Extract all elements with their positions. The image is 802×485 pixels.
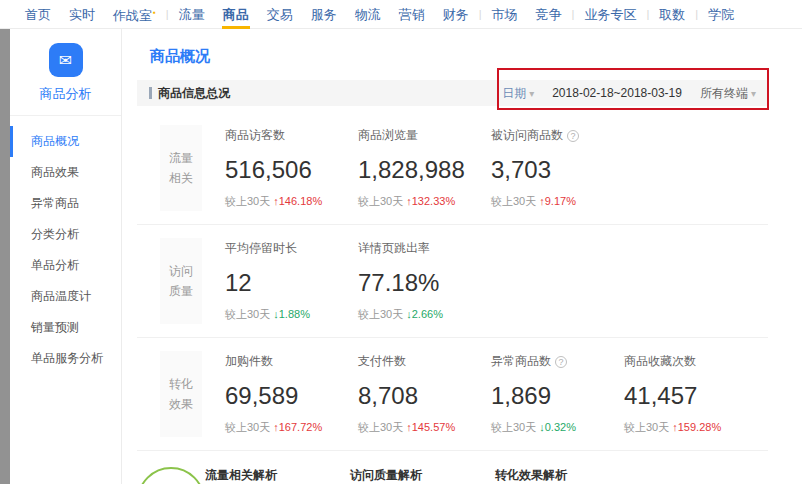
sidebar-item-abnormal-products[interactable]: 异常商品 [10, 188, 121, 219]
metric-list: 商品访客数 516,506 较上30天↑146.18% 商品浏览量 1,828,… [225, 125, 624, 211]
metric-label-text: 商品访客数 [225, 127, 285, 144]
change-percent: 2.66% [412, 308, 443, 320]
panel-title-text: 商品信息总况 [158, 85, 230, 102]
sidebar-item-single-item-service[interactable]: 单品服务分析 [10, 343, 121, 374]
insight-visit-quality: 访问质量解析 虽然商品详情页日均跳出率比同行平均好，但平均停留时间低于同行平均，… [350, 467, 483, 484]
metric-label: 平均停留时长 [225, 240, 358, 257]
group-label-conversion: 转化 效果 [160, 351, 202, 437]
metric-value: 41,457 [624, 382, 757, 410]
insight-traffic: 流量相关解析 [205, 467, 338, 484]
metric-label-text: 被访问商品数 [491, 127, 563, 144]
filter-bar: 日期▾ 2018-02-18~2018-03-19 所有终端▾ [502, 85, 756, 102]
sidebar-item-category-analysis[interactable]: 分类分析 [10, 219, 121, 250]
data-interpretation-section: 7天 数据解读 流量相关解析 访问质量解析 虽然商品详情页日均跳出率比同行平均好… [137, 467, 768, 484]
sidebar-item-single-item-analysis[interactable]: 单品分析 [10, 250, 121, 281]
change-percent: 132.33% [412, 195, 455, 207]
sidebar-section-header: ✉ 商品分析 [10, 29, 121, 116]
page-frame: ✉ 商品分析 商品概况 商品效果 异常商品 分类分析 单品分析 商品温度计 销量… [0, 29, 802, 484]
metric-group-traffic: 流量 相关 商品访客数 516,506 较上30天↑146.18% 商品浏览量 … [137, 112, 768, 225]
metric-visited-products: 被访问商品数? 3,703 较上30天↑9.17% [491, 127, 624, 209]
terminal-filter-label: 所有终端 [700, 85, 748, 102]
compare-label: 较上30天 [491, 421, 536, 433]
metric-list: 平均停留时长 12 较上30天↓1.88% 详情页跳出率 77.18% 较上30… [225, 238, 491, 324]
nav-item-trade[interactable]: 交易 [258, 0, 302, 29]
metric-favorites: 商品收藏次数 41,457 较上30天↑159.28% [624, 353, 757, 435]
change-value: ↑9.17% [539, 195, 576, 207]
nav-item-academy[interactable]: 学院 [699, 0, 743, 29]
metric-value: 516,506 [225, 156, 358, 184]
sidebar-item-product-thermometer[interactable]: 商品温度计 [10, 281, 121, 312]
compare-label: 较上30天 [491, 195, 536, 207]
date-range-value[interactable]: 2018-02-18~2018-03-19 [552, 86, 682, 100]
change-value: ↑132.33% [406, 195, 455, 207]
main-content: 商品概况 商品信息总况 日期▾ 2018-02-18~2018-03-19 所有… [122, 29, 802, 484]
insight-conversion: 转化效果解析 加购转化率表现还不错，但支付转化率低于同行平均，赶快到营销商品去体… [495, 467, 628, 484]
sidebar-section-title: 商品分析 [10, 85, 121, 103]
metric-compare: 较上30天↑145.57% [358, 420, 491, 435]
group-label-line: 效果 [169, 396, 193, 413]
compare-label: 较上30天 [225, 308, 270, 320]
mail-icon: ✉ [49, 43, 83, 77]
nav-item-service[interactable]: 服务 [302, 0, 346, 29]
metric-value: 77.18% [358, 269, 491, 297]
nav-item-data-fetch[interactable]: 取数 [650, 0, 694, 29]
help-icon[interactable]: ? [567, 130, 579, 142]
nav-item-marketing[interactable]: 营销 [390, 0, 434, 29]
nav-item-label: 作战室 [113, 8, 152, 23]
metric-value: 8,708 [358, 382, 491, 410]
metric-compare: 较上30天↓2.66% [358, 307, 491, 322]
terminal-filter-dropdown[interactable]: 所有终端▾ [700, 85, 756, 102]
compare-label: 较上30天 [225, 421, 270, 433]
insight-title: 访问质量解析 [350, 467, 483, 484]
metric-label: 商品浏览量 [358, 127, 491, 144]
date-filter-dropdown[interactable]: 日期▾ [502, 85, 534, 102]
nav-item-home[interactable]: 首页 [16, 0, 60, 29]
nav-item-war-room[interactable]: 作战室▪ [104, 0, 165, 30]
compare-label: 较上30天 [624, 421, 669, 433]
change-percent: 167.72% [279, 421, 322, 433]
metric-label-text: 平均停留时长 [225, 240, 297, 257]
metric-detail-bounce-rate: 详情页跳出率 77.18% 较上30天↓2.66% [358, 240, 491, 322]
metric-compare: 较上30天↑132.33% [358, 194, 491, 209]
nav-item-realtime[interactable]: 实时 [60, 0, 104, 29]
metric-product-visitors: 商品访客数 516,506 较上30天↑146.18% [225, 127, 358, 209]
change-value: ↓1.88% [273, 308, 310, 320]
nav-item-traffic[interactable]: 流量 [170, 0, 214, 29]
nav-item-product[interactable]: 商品 [214, 0, 258, 29]
group-label-line: 转化 [169, 376, 193, 393]
left-edge-strip [0, 29, 10, 484]
metric-label-text: 加购件数 [225, 353, 273, 370]
change-percent: 9.17% [545, 195, 576, 207]
compare-label: 较上30天 [225, 195, 270, 207]
group-label-line: 流量 [169, 150, 193, 167]
nav-item-business-zone[interactable]: 业务专区 [575, 0, 645, 29]
nav-item-finance[interactable]: 财务 [434, 0, 478, 29]
change-value: ↑145.57% [406, 421, 455, 433]
sidebar-item-sales-forecast[interactable]: 销量预测 [10, 312, 121, 343]
metric-value: 69,589 [225, 382, 358, 410]
metric-abnormal-products: 异常商品数? 1,869 较上30天↓0.32% [491, 353, 624, 435]
nav-item-competition[interactable]: 竞争 [527, 0, 571, 29]
group-label-line: 访问 [169, 263, 193, 280]
change-value: ↑146.18% [273, 195, 322, 207]
metric-label-text: 商品收藏次数 [624, 353, 696, 370]
nav-item-market[interactable]: 市场 [483, 0, 527, 29]
envelope-glyph: ✉ [59, 51, 72, 70]
metric-compare: 较上30天↓0.32% [491, 420, 624, 435]
change-value: ↑159.28% [672, 421, 721, 433]
hot-badge-icon: ▪ [153, 8, 156, 17]
metric-label: 商品访客数 [225, 127, 358, 144]
insight-title: 流量相关解析 [205, 467, 338, 484]
sidebar-item-product-effect[interactable]: 商品效果 [10, 157, 121, 188]
change-percent: 159.28% [678, 421, 721, 433]
help-icon[interactable]: ? [555, 356, 567, 368]
sidebar-item-product-overview[interactable]: 商品概况 [10, 126, 121, 157]
metric-label: 被访问商品数? [491, 127, 624, 144]
nav-item-logistics[interactable]: 物流 [346, 0, 390, 29]
compare-label: 较上30天 [358, 195, 403, 207]
change-value: ↑167.72% [273, 421, 322, 433]
change-value: ↓2.66% [406, 308, 443, 320]
metric-value: 3,703 [491, 156, 624, 184]
page-title: 商品概况 [122, 29, 802, 80]
panel-header: 商品信息总况 日期▾ 2018-02-18~2018-03-19 所有终端▾ [137, 80, 768, 106]
